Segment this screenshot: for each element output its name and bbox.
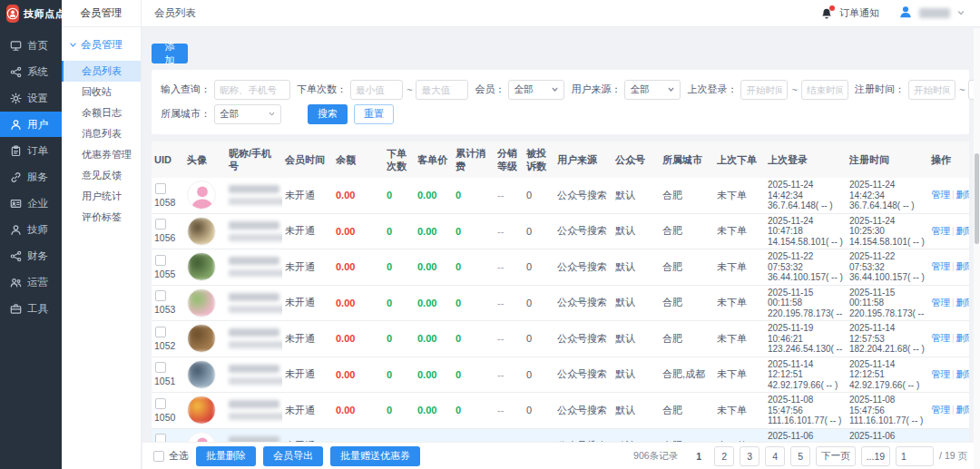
avatar	[187, 181, 216, 210]
manage-link[interactable]: 管理	[931, 260, 950, 271]
submenu-item[interactable]: 优惠券管理	[62, 144, 141, 165]
page-jump-input[interactable]	[896, 446, 934, 466]
sidebar-item-label: 技师	[27, 223, 48, 237]
member-select[interactable]: 全部	[508, 80, 564, 100]
submenu-item[interactable]: 评价标签	[62, 207, 141, 228]
nickname-redacted	[229, 436, 279, 442]
search-button[interactable]: 搜索	[308, 104, 348, 124]
row-checkbox[interactable]	[155, 327, 166, 337]
delete-link[interactable]: 删除	[956, 404, 969, 415]
row-checkbox[interactable]	[155, 362, 166, 373]
batch-coupon-button[interactable]: 批量赠送优惠券	[330, 446, 420, 466]
sidebar-item-share[interactable]: 财务	[0, 243, 62, 269]
select-all-checkbox[interactable]	[153, 451, 164, 462]
sidebar-item-card[interactable]: 企业	[0, 191, 62, 216]
register-start-input[interactable]	[908, 80, 956, 100]
filter-last-login: 上次登录： ~	[687, 80, 848, 100]
last-page-button[interactable]: ...19	[861, 446, 890, 466]
query-input[interactable]	[214, 80, 290, 100]
reset-button[interactable]: 重置	[354, 104, 394, 124]
vertical-scrollbar[interactable]	[974, 28, 980, 469]
sidebar-item-gear[interactable]: 设置	[0, 85, 62, 111]
avatar	[187, 432, 216, 442]
page-button[interactable]: 2	[714, 446, 734, 466]
tab-member-list[interactable]: 会员列表	[142, 6, 209, 20]
row-checkbox[interactable]	[155, 183, 166, 194]
sidebar-item-clipboard[interactable]: 订单	[0, 138, 62, 163]
order-count-min-input[interactable]	[350, 80, 403, 100]
column-header: UID	[152, 142, 184, 178]
submenu-group-member-management[interactable]: 会员管理	[62, 27, 141, 61]
manage-link[interactable]: 管理	[931, 404, 950, 415]
delete-link[interactable]: 删除	[956, 368, 969, 379]
submenu-item[interactable]: 意见反馈	[62, 165, 141, 186]
bell-icon[interactable]	[820, 7, 833, 20]
add-button[interactable]: 添加	[152, 44, 188, 64]
source-cell: 公众号搜索	[554, 428, 612, 442]
manage-link[interactable]: 管理	[931, 368, 950, 379]
sidebar-item-person[interactable]: 技师	[0, 217, 62, 242]
avatar	[187, 217, 216, 246]
sidebar-item-briefcase[interactable]: 工具	[0, 296, 62, 321]
city-select[interactable]: 全部	[214, 104, 281, 124]
uid-value: 1055	[154, 269, 175, 279]
row-checkbox[interactable]	[155, 398, 166, 409]
submenu-item[interactable]: 余额日志	[62, 103, 141, 123]
total-consume-cell: 0	[453, 393, 495, 429]
register-time-cell: 2025-11-1500:11:58220.195.78.173( -- )	[847, 285, 928, 321]
order-notice-link[interactable]: 订单通知	[839, 6, 879, 20]
last-login-end-input[interactable]	[801, 80, 848, 100]
page-button[interactable]: 3	[740, 446, 760, 466]
pagination: 906条记录 12345下一页...19/ 19 页	[633, 446, 967, 466]
sidebar-item-label: 订单	[27, 144, 48, 158]
table-row: 1058未开通0.0000.000--0公众号搜索默认合肥未下单2025-11-…	[152, 178, 969, 213]
sidebar-item-team[interactable]: 运营	[0, 269, 62, 295]
submenu-item[interactable]: 会员列表	[62, 61, 141, 82]
batch-delete-button[interactable]: 批量删除	[196, 446, 256, 466]
sidebar-item-monitor[interactable]: 首页	[0, 33, 62, 58]
chevron-down-icon[interactable]	[956, 7, 965, 20]
sidebar-item-nodes[interactable]: 系统	[0, 59, 62, 84]
next-page-button[interactable]: 下一页	[816, 446, 856, 466]
user-avatar-icon[interactable]	[898, 5, 913, 22]
delete-link[interactable]: 删除	[956, 225, 969, 236]
submenu-item[interactable]: 消息列表	[62, 123, 141, 144]
delete-link[interactable]: 删除	[956, 332, 969, 343]
manage-link[interactable]: 管理	[931, 332, 950, 343]
delete-link[interactable]: 删除	[956, 260, 969, 271]
column-header: 分销等级	[495, 142, 524, 178]
delete-link[interactable]: 删除	[956, 189, 969, 200]
city-cell: 合肥,成都	[660, 357, 714, 393]
page-button[interactable]: 4	[765, 446, 785, 466]
page-button-current[interactable]: 1	[689, 446, 709, 466]
member-export-button[interactable]: 会员导出	[263, 446, 323, 466]
register-time-label: 注册时间：	[855, 83, 905, 96]
submenu-items: 会员列表回收站余额日志消息列表优惠券管理意见反馈用户统计评价标签	[62, 61, 141, 228]
last-order-cell: 未下单	[714, 178, 765, 213]
last-login-start-input[interactable]	[740, 80, 788, 100]
manage-link[interactable]: 管理	[931, 297, 950, 308]
submenu-item[interactable]: 回收站	[62, 82, 141, 103]
phone-redacted	[229, 377, 282, 385]
nickname-redacted	[229, 257, 279, 265]
avatar-cell	[184, 178, 226, 213]
page-button[interactable]: 5	[790, 446, 810, 466]
row-checkbox[interactable]	[155, 290, 166, 301]
order-count-max-input[interactable]	[416, 80, 468, 100]
row-checkbox[interactable]	[155, 255, 166, 266]
city-cell: 合肥	[660, 428, 714, 442]
delete-link[interactable]: 删除	[956, 297, 969, 308]
row-checkbox[interactable]	[155, 219, 166, 230]
uid-cell: 1055	[152, 249, 184, 286]
sidebar-item-link[interactable]: 服务	[0, 164, 62, 190]
manage-link[interactable]: 管理	[931, 189, 950, 200]
row-checkbox[interactable]	[155, 434, 166, 442]
sidebar-item-user[interactable]: 用户	[0, 112, 62, 137]
scrollbar-thumb[interactable]	[975, 153, 979, 244]
register-time-cell: 2025-11-0611:20:2239.144.38.20( -- )	[847, 428, 928, 442]
uid-cell: 1051	[152, 357, 184, 393]
column-header: 余额	[333, 142, 384, 178]
user-source-select[interactable]: 全部	[624, 80, 681, 100]
manage-link[interactable]: 管理	[931, 225, 950, 236]
submenu-item[interactable]: 用户统计	[62, 186, 141, 207]
